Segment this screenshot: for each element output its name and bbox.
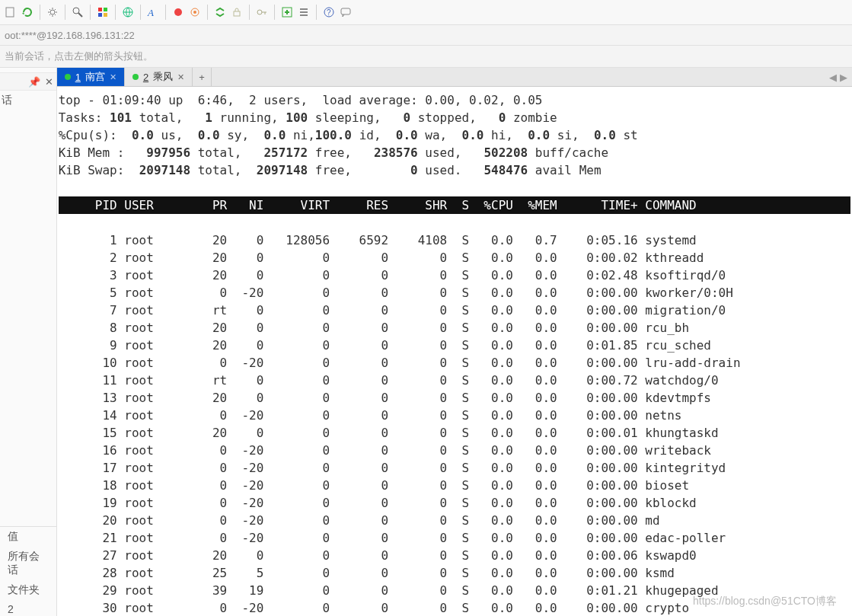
globe-icon[interactable] — [120, 5, 136, 20]
refresh-icon[interactable] — [20, 5, 35, 20]
gear-icon[interactable] — [45, 5, 60, 20]
svg-rect-7 — [104, 13, 107, 17]
svg-rect-6 — [98, 13, 102, 17]
svg-point-14 — [257, 10, 262, 14]
tab-index: 1 — [75, 72, 81, 83]
svg-point-10 — [174, 8, 182, 16]
tab-label: 南宫 — [85, 70, 105, 84]
sidebar: 📌 ✕ 话 值 所有会话 文件夹 2 — [0, 68, 57, 616]
sidebar-top: 话 — [0, 91, 56, 183]
help-icon[interactable]: ? — [321, 5, 337, 20]
svg-point-8 — [123, 8, 132, 17]
pin-icon[interactable]: 📌 — [28, 76, 40, 88]
svg-point-18 — [324, 8, 333, 17]
svg-rect-4 — [98, 8, 102, 11]
hint-text: 当前会话，点击左侧的箭头按钮。 — [5, 49, 153, 63]
tab-close-icon[interactable]: ✕ — [177, 72, 184, 82]
main-toolbar: A ? — [0, 0, 852, 25]
svg-point-12 — [193, 11, 196, 14]
add-icon[interactable] — [279, 5, 295, 20]
target-icon[interactable] — [187, 5, 203, 20]
color-icon[interactable] — [95, 5, 110, 20]
close-icon[interactable]: ✕ — [45, 76, 53, 88]
address-bar: oot:****@192.168.196.131:22 — [0, 25, 852, 46]
svg-rect-5 — [104, 8, 107, 11]
tab-label: 乘风 — [153, 70, 173, 84]
record-icon[interactable] — [171, 5, 186, 20]
sidebar-bottom: 值 所有会话 文件夹 2 — [0, 526, 56, 616]
sidebar-item[interactable]: 2 — [0, 600, 56, 616]
key-icon[interactable] — [254, 5, 270, 20]
font-icon[interactable]: A — [145, 5, 161, 20]
tab-1[interactable]: 1 南宫 ✕ — [57, 68, 125, 86]
sidebar-item[interactable]: 所有会话 — [0, 547, 56, 580]
lock-icon[interactable] — [229, 5, 244, 20]
svg-text:?: ? — [327, 8, 331, 17]
tab-nav-arrows[interactable]: ◀ ▶ — [829, 68, 847, 86]
status-dot-icon — [65, 74, 71, 80]
hint-bar: 当前会话，点击左侧的箭头按钮。 — [0, 46, 852, 68]
chat-icon[interactable] — [338, 5, 353, 20]
sidebar-label-1: 话 — [2, 94, 55, 107]
search-icon[interactable] — [70, 5, 85, 20]
address-text: oot:****@192.168.196.131:22 — [5, 30, 135, 41]
tab-index: 2 — [143, 72, 148, 83]
svg-rect-13 — [234, 11, 240, 16]
svg-point-11 — [191, 8, 199, 16]
sidebar-item[interactable]: 文件夹 — [0, 580, 56, 600]
list-icon[interactable] — [296, 5, 311, 20]
file-icon[interactable] — [3, 5, 18, 20]
svg-rect-0 — [6, 8, 14, 17]
terminal-output[interactable]: top - 01:09:40 up 6:46, 2 users, load av… — [57, 87, 852, 616]
tab-bar: 1 南宫 ✕ 2 乘风 ✕ + ◀ ▶ — [57, 68, 852, 87]
svg-text:A: A — [147, 7, 154, 18]
main-area: 1 南宫 ✕ 2 乘风 ✕ + ◀ ▶ top - 01:09:40 up 6:… — [57, 68, 852, 616]
tab-close-icon[interactable]: ✕ — [110, 72, 116, 82]
tab-add-button[interactable]: + — [193, 68, 212, 86]
svg-line-3 — [78, 13, 82, 17]
status-dot-icon — [132, 74, 139, 80]
sidebar-pin-row: 📌 ✕ — [0, 72, 56, 91]
svg-rect-20 — [341, 8, 350, 14]
expand-icon[interactable] — [212, 5, 228, 20]
sidebar-item[interactable]: 值 — [0, 527, 56, 547]
tab-2[interactable]: 2 乘风 ✕ — [125, 68, 193, 86]
svg-point-1 — [50, 10, 55, 14]
svg-rect-17 — [282, 8, 292, 17]
svg-point-2 — [73, 8, 79, 14]
